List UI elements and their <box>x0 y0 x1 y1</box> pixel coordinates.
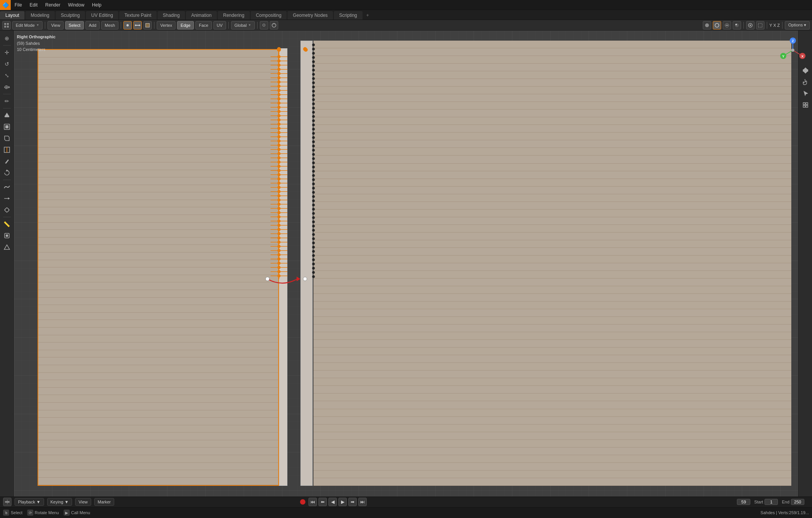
shrink-fatten-tool[interactable] <box>2 205 12 215</box>
svg-marker-20 <box>5 113 9 116</box>
tool-sep-2 <box>3 94 11 94</box>
keying-menu-button[interactable]: Keying ▼ <box>47 498 72 506</box>
knife-tool[interactable] <box>2 156 12 167</box>
cursor-tool[interactable]: ⊕ <box>2 33 12 44</box>
tab-modeling[interactable]: Modeling <box>25 11 55 20</box>
add-button[interactable]: Add <box>85 21 100 30</box>
right-panel-edge-ticks: // Can't use script here - using inline … <box>313 41 315 486</box>
menu-help[interactable]: Help <box>88 0 105 10</box>
end-label: End <box>782 500 789 504</box>
tab-add-button[interactable]: + <box>363 11 372 20</box>
center-right-divider <box>300 41 313 486</box>
scale-tool[interactable]: ⤡ <box>2 70 12 81</box>
3d-viewport[interactable]: // Can't use script here - using inline … <box>14 31 798 497</box>
vertex-menu-button[interactable]: Vertex <box>157 21 176 30</box>
tab-compositing[interactable]: Compositing <box>251 11 287 20</box>
space-dropdown-arrow: ▼ <box>248 23 251 27</box>
step-back-button[interactable]: ⬅ <box>318 498 327 506</box>
menu-render[interactable]: Render <box>41 0 64 10</box>
uv-menu-button[interactable]: UV <box>213 21 226 30</box>
svg-text:X: X <box>801 54 804 58</box>
playback-menu-button[interactable]: Playback ▼ <box>15 498 44 506</box>
timeline-editor-type[interactable] <box>3 498 11 506</box>
view-button[interactable]: View <box>48 21 64 30</box>
menu-edit[interactable]: Edit <box>26 0 41 10</box>
transform-tool[interactable]: ⟴ <box>2 82 12 92</box>
move-tool[interactable]: ✛ <box>2 47 12 58</box>
xray-button[interactable] <box>756 21 764 30</box>
overlay-button[interactable] <box>746 21 755 30</box>
snap-button[interactable] <box>270 21 278 30</box>
center-left-divider <box>279 48 287 486</box>
viewport-shading-material[interactable] <box>723 21 731 30</box>
tab-scripting[interactable]: Scripting <box>334 11 363 20</box>
frame-info: 59 Start 1 End 250 <box>732 499 809 505</box>
options-button[interactable]: Options ▾ <box>785 21 810 30</box>
tab-layout[interactable]: Layout <box>0 11 25 20</box>
cursor-nav-tool[interactable] <box>800 88 811 99</box>
measure-tool[interactable]: 📏 <box>2 219 12 229</box>
vertex-mode-button[interactable] <box>123 21 132 30</box>
viewport-shading-solid[interactable] <box>703 21 711 30</box>
tab-geometry-nodes[interactable]: Geometry Nodes <box>287 11 333 20</box>
viewport-shading-rendered[interactable] <box>733 21 741 30</box>
tab-sculpting[interactable]: Sculpting <box>56 11 85 20</box>
svg-rect-50 <box>806 103 808 105</box>
extra-nav-tool[interactable] <box>800 100 811 110</box>
play-reverse-button[interactable]: ◀ <box>328 498 337 506</box>
tab-texture-paint[interactable]: Texture Paint <box>119 11 157 20</box>
loop-cut-tool[interactable] <box>2 144 12 155</box>
separator-5 <box>257 22 258 29</box>
extra-tool-2[interactable] <box>2 242 12 252</box>
svg-point-17 <box>750 25 751 26</box>
smooth-tool[interactable] <box>2 182 12 192</box>
annotate-tool[interactable]: ✏ <box>2 96 12 107</box>
3d-gizmo[interactable]: Z Y X <box>779 37 806 64</box>
menu-file[interactable]: File <box>11 0 26 10</box>
editor-type-button[interactable] <box>2 21 11 30</box>
select-button[interactable]: Select <box>65 21 84 30</box>
play-forward-button[interactable]: ▶ <box>338 498 347 506</box>
edge-menu-button[interactable]: Edge <box>177 21 194 30</box>
record-button[interactable] <box>299 498 307 506</box>
jump-to-start-button[interactable]: ⏮ <box>308 498 317 506</box>
status-rotate-area: ⟳ Rotate Menu <box>27 510 59 516</box>
tab-animation[interactable]: Animation <box>186 11 217 20</box>
mesh-button[interactable]: Mesh <box>101 21 118 30</box>
tab-uv-editing[interactable]: UV Editing <box>86 11 118 20</box>
inset-tool[interactable] <box>2 121 12 132</box>
extra-tool-1[interactable] <box>2 230 12 241</box>
marker-menu-button[interactable]: Marker <box>94 498 114 506</box>
current-frame-value[interactable]: 59 <box>737 499 750 505</box>
face-menu-button[interactable]: Face <box>195 21 212 30</box>
bevel-tool[interactable] <box>2 133 12 144</box>
extrude-tool[interactable] <box>2 110 12 121</box>
tab-shading[interactable]: Shading <box>157 11 185 20</box>
edge-mode-button[interactable] <box>133 21 142 30</box>
keying-label: Keying <box>51 500 64 504</box>
edge-slide-tool[interactable] <box>2 193 12 204</box>
step-forward-button[interactable]: ➡ <box>348 498 357 506</box>
viewport-shading-wireframe[interactable] <box>713 21 721 30</box>
zoom-tool[interactable] <box>800 65 811 76</box>
end-frame-value[interactable]: 250 <box>791 499 804 505</box>
jump-to-end-button[interactable]: ⏭ <box>358 498 367 506</box>
left-mesh-panel <box>38 49 279 486</box>
rotate-tool[interactable]: ↺ <box>2 59 12 69</box>
hand-tool[interactable] <box>800 77 811 87</box>
start-frame-value[interactable]: 1 <box>764 499 778 505</box>
face-mode-button[interactable] <box>143 21 152 30</box>
playback-dropdown: ▼ <box>36 500 41 504</box>
mode-selector[interactable]: Edit Mode ▼ <box>12 21 43 30</box>
view-menu-button[interactable]: View <box>75 498 91 506</box>
menu-window[interactable]: Window <box>64 0 88 10</box>
svg-marker-35 <box>4 245 10 249</box>
proportional-edit-button[interactable]: ⊙ <box>260 21 268 30</box>
svg-point-14 <box>735 23 739 27</box>
view-timeline-label: View <box>79 500 88 504</box>
bottom-bar: Playback ▼ Keying ▼ View Marker ⏮ ⬅ ◀ ▶ <box>0 497 812 518</box>
space-selector[interactable]: Global ▼ <box>231 21 255 30</box>
spin-tool[interactable] <box>2 167 12 178</box>
tab-rendering[interactable]: Rendering <box>218 11 249 20</box>
viewport-background: // Can't use script here - using inline … <box>14 31 798 497</box>
